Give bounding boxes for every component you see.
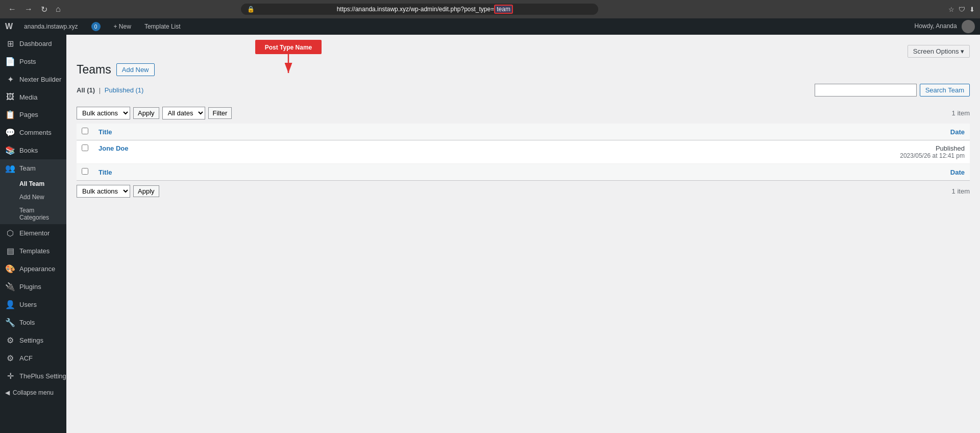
sidebar-sub-team: All Team Add New Team Categories [0, 177, 66, 224]
table-header-row: Title Date [77, 124, 970, 140]
sidebar-label-media: Media [19, 93, 37, 101]
sidebar-item-elementor[interactable]: ⬡ Elementor [0, 224, 66, 242]
search-team-button[interactable]: Search Team [920, 84, 970, 97]
bottom-toolbar: Bulk actions Apply 1 item [77, 185, 970, 198]
wp-layout: ⊞ Dashboard 📄 Posts ✦ Nexter Builder 🖼 M… [0, 35, 980, 433]
sidebar-item-settings[interactable]: ⚙ Settings [0, 331, 66, 349]
admin-bar-comments[interactable]: 0 [87, 22, 105, 31]
row-title-link[interactable]: Jone Doe [99, 145, 129, 152]
bookmark-icon[interactable]: ☆ [948, 6, 954, 13]
sidebar-item-tools[interactable]: 🔧 Tools [0, 314, 66, 331]
date-filter-select[interactable]: All dates [162, 107, 205, 119]
apply-button-bottom[interactable]: Apply [133, 185, 159, 197]
select-all-checkbox[interactable] [82, 128, 88, 134]
sidebar-label-appearance: Appearance [19, 265, 55, 273]
top-toolbar-left: Bulk actions Apply All dates Filter [77, 107, 232, 119]
wp-logo-icon[interactable]: W [5, 22, 13, 31]
row-checkbox[interactable] [82, 145, 88, 151]
page-title: Teams [77, 63, 111, 77]
apply-button-top[interactable]: Apply [133, 107, 159, 119]
address-bar[interactable]: 🔒 https://ananda.instawp.xyz/wp-admin/ed… [241, 4, 598, 15]
appearance-icon: 🎨 [5, 264, 15, 274]
sidebar-label-theplus: ThePlus Settings [19, 372, 66, 380]
date-status: Published [404, 145, 965, 152]
sidebar-item-pages[interactable]: 📋 Pages [0, 106, 66, 124]
search-input[interactable] [815, 84, 917, 97]
sidebar: ⊞ Dashboard 📄 Posts ✦ Nexter Builder 🖼 M… [0, 35, 66, 433]
top-item-count: 1 item [952, 109, 970, 117]
sidebar-item-templates[interactable]: ▤ Templates [0, 242, 66, 260]
row-date-col: Published 2023/05/26 at 12:41 pm [399, 140, 970, 164]
collapse-icon: ◀ [5, 389, 10, 396]
sidebar-item-comments[interactable]: 💬 Comments [0, 124, 66, 141]
sidebar-item-theplus[interactable]: ✛ ThePlus Settings [0, 367, 66, 385]
comments-count: 0 [91, 22, 101, 31]
plugins-icon: 🔌 [5, 282, 15, 292]
sidebar-sub-all-team[interactable]: All Team [0, 177, 66, 190]
footer-select-all-checkbox[interactable] [82, 168, 88, 175]
sidebar-item-books[interactable]: 📚 Books [0, 141, 66, 159]
add-new-button[interactable]: Add New [116, 63, 155, 76]
sidebar-item-appearance[interactable]: 🎨 Appearance [0, 260, 66, 278]
sidebar-label-users: Users [19, 301, 37, 308]
sidebar-item-users[interactable]: 👤 Users [0, 296, 66, 314]
bulk-actions-select-bottom[interactable]: Bulk actions [77, 185, 130, 198]
collapse-menu[interactable]: ◀ Collapse menu [0, 385, 66, 400]
url-text: https://ananda.instawp.xyz/wp-admin/edit… [258, 6, 592, 13]
avatar [962, 20, 975, 33]
admin-bar-new[interactable]: + New [110, 23, 135, 30]
sidebar-label-dashboard: Dashboard [19, 40, 52, 47]
row-title-col: Jone Doe [93, 140, 399, 164]
sidebar-label-settings: Settings [19, 336, 43, 344]
admin-bar-howdy[interactable]: Howdy, Ananda [914, 20, 975, 33]
filter-all[interactable]: All (1) [77, 86, 95, 94]
footer-title-col[interactable]: Title [93, 164, 399, 181]
title-column-header[interactable]: Title [93, 124, 399, 140]
sidebar-item-plugins[interactable]: 🔌 Plugins [0, 278, 66, 296]
sidebar-label-plugins: Plugins [19, 283, 41, 291]
footer-checkbox-col [77, 164, 93, 181]
extension-icon1[interactable]: 🛡 [959, 6, 965, 13]
team-icon: 👥 [5, 163, 15, 173]
sidebar-sub-team-categories[interactable]: Team Categories [0, 204, 66, 224]
date-column-header[interactable]: Date [399, 124, 970, 140]
sidebar-menu: ⊞ Dashboard 📄 Posts ✦ Nexter Builder 🖼 M… [0, 35, 66, 385]
users-icon: 👤 [5, 300, 15, 309]
sidebar-item-acf[interactable]: ⚙ ACF [0, 349, 66, 367]
home-button[interactable]: ⌂ [53, 4, 64, 15]
sidebar-label-posts: Posts [19, 58, 36, 65]
forward-button[interactable]: → [21, 4, 36, 15]
bottom-item-count: 1 item [952, 187, 970, 195]
refresh-button[interactable]: ↻ [38, 4, 51, 15]
filter-button-top[interactable]: Filter [208, 107, 232, 119]
row-checkbox-col [77, 140, 93, 164]
elementor-icon: ⬡ [5, 228, 15, 238]
sidebar-label-pages: Pages [19, 111, 38, 118]
sidebar-item-team[interactable]: 👥 Team ➤ [0, 159, 66, 177]
filter-links: All (1) | Published (1) [77, 86, 143, 94]
admin-bar-template-list[interactable]: Template List [140, 23, 185, 30]
footer-date-col[interactable]: Date [399, 164, 970, 181]
acf-icon: ⚙ [5, 353, 15, 363]
comments-icon: 💬 [5, 128, 15, 137]
sidebar-item-dashboard[interactable]: ⊞ Dashboard [0, 35, 66, 53]
url-highlight: team [494, 5, 513, 14]
extension-icon2[interactable]: ⬇ [969, 6, 975, 13]
back-button[interactable]: ← [5, 4, 19, 15]
sidebar-item-media[interactable]: 🖼 Media [0, 88, 66, 106]
sidebar-item-nexter-builder[interactable]: ✦ Nexter Builder [0, 70, 66, 88]
sidebar-label-elementor: Elementor [19, 229, 50, 237]
sidebar-item-posts[interactable]: 📄 Posts [0, 53, 66, 70]
sidebar-label-tools: Tools [19, 319, 35, 326]
screen-options-bar: Screen Options ▾ [77, 45, 970, 58]
books-icon: 📚 [5, 146, 15, 155]
table-row: Jone Doe Published 2023/05/26 at 12:41 p… [77, 140, 970, 164]
filter-published[interactable]: Published (1) [105, 86, 144, 94]
screen-options-button[interactable]: Screen Options ▾ [908, 45, 970, 58]
admin-bar-site[interactable]: ananda.instawp.xyz [20, 23, 82, 30]
sidebar-sub-add-new[interactable]: Add New [0, 190, 66, 204]
page-header-area: Teams Add New Post Type Name [77, 63, 970, 77]
bulk-actions-select-top[interactable]: Bulk actions [77, 107, 130, 119]
browser-chrome: ← → ↻ ⌂ 🔒 https://ananda.instawp.xyz/wp-… [0, 0, 980, 18]
templates-icon: ▤ [5, 246, 15, 256]
